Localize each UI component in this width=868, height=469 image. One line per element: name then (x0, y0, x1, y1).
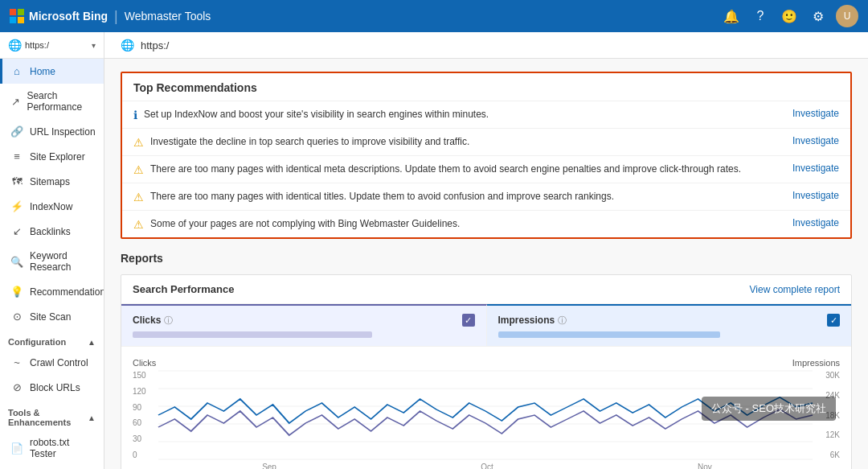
svg-rect-2 (10, 17, 16, 23)
chart-labels-row: Clicks Impressions (133, 358, 840, 368)
clicks-label-row: Clicks ⓘ (133, 315, 173, 327)
rec-item-1: ⚠ Investigate the decline in top search … (122, 128, 850, 155)
recommendations-title: Top Recommendations (122, 73, 850, 101)
recommendations-card: Top Recommendations ℹ Set up IndexNow an… (121, 72, 852, 239)
clicks-label: Clicks (133, 315, 161, 326)
rec-warn-icon-3: ⚠ (133, 191, 144, 204)
x-label-sep: Sep (262, 463, 276, 469)
chart-area: Clicks Impressions 150 120 90 60 30 0 (121, 347, 851, 469)
site-scan-icon: ⊙ (10, 311, 23, 323)
sidebar-item-recommendations[interactable]: 💡 Recommendations (0, 279, 104, 304)
rec-action-1[interactable]: Investigate (792, 135, 839, 146)
rec-action-4[interactable]: Investigate (792, 217, 839, 228)
y-right-18k: 18K (814, 411, 840, 420)
sidebar-item-indexnow[interactable]: ⚡ IndexNow (0, 194, 104, 219)
sidebar-item-site-scan[interactable]: ⊙ Site Scan (0, 304, 104, 329)
clicks-checkbox[interactable]: ✓ (462, 314, 475, 327)
site-url: https:/ (25, 40, 88, 50)
rec-warn-icon-4: ⚠ (133, 218, 144, 231)
site-selector-chevron-icon: ▾ (92, 41, 96, 50)
configuration-section-header: Configuration ▲ (0, 329, 104, 350)
home-icon: ⌂ (10, 65, 23, 77)
sidebar-item-search-performance[interactable]: ↗ Search Performance (0, 84, 104, 119)
avatar[interactable]: U (836, 5, 858, 27)
impressions-value-bar (498, 331, 721, 338)
impressions-label: Impressions (498, 315, 555, 326)
notifications-icon[interactable]: 🔔 (720, 5, 743, 27)
tools-chevron-icon: ▲ (88, 413, 96, 422)
url-globe-icon: 🌐 (121, 39, 134, 51)
crawl-control-icon: ~ (10, 356, 23, 368)
site-selector[interactable]: 🌐 https:/ ▾ (0, 32, 104, 59)
svg-rect-1 (18, 9, 24, 15)
rec-text-2: There are too many pages with identical … (150, 163, 786, 176)
sidebar-item-label: Crawl Control (30, 357, 88, 368)
chart-y-axis-right: 30K 24K 18K 12K 6K (814, 371, 840, 459)
sidebar-item-block-urls[interactable]: ⊘ Block URLs (0, 375, 104, 400)
y-left-90: 90 (133, 403, 157, 412)
layout: 🌐 https:/ ▾ ⌂ Home ↗ Search Performance … (0, 32, 868, 469)
y-right-24k: 24K (814, 391, 840, 400)
sidebar-item-keyword-research[interactable]: 🔍 Keyword Research (0, 244, 104, 279)
rec-action-0[interactable]: Investigate (792, 108, 839, 119)
rec-warn-icon-2: ⚠ (133, 163, 144, 176)
y-right-30k: 30K (814, 371, 840, 380)
rec-action-3[interactable]: Investigate (792, 190, 839, 201)
sidebar-item-label: Sitemaps (30, 176, 70, 187)
sidebar-item-label: Block URLs (30, 382, 80, 393)
rec-text-1: Investigate the decline in top search qu… (150, 135, 786, 149)
x-label-oct: Oct (481, 463, 493, 469)
sidebar-item-crawl-control[interactable]: ~ Crawl Control (0, 350, 104, 375)
chart-y-axis-left: 150 120 90 60 30 0 (133, 371, 157, 459)
help-icon[interactable]: ? (749, 5, 772, 27)
feedback-icon[interactable]: 🙂 (778, 5, 800, 27)
settings-icon[interactable]: ⚙ (807, 5, 829, 27)
search-performance-card: Search Performance View complete report … (121, 274, 852, 469)
rec-text-4: Some of your pages are not complying wit… (150, 217, 786, 231)
sidebar-item-robots-tester[interactable]: 📄 robots.txt Tester (0, 430, 104, 466)
chart-right-label: Impressions (792, 358, 840, 368)
sidebar-item-url-inspection[interactable]: 🔗 URL Inspection (0, 119, 104, 144)
topbar-logo: Microsoft Bing (10, 9, 108, 23)
robots-tester-icon: 📄 (10, 442, 23, 455)
view-complete-report-link[interactable]: View complete report (750, 284, 841, 295)
chart-x-axis: Sep Oct Nov (133, 463, 840, 469)
sidebar-item-sitemaps[interactable]: 🗺 Sitemaps (0, 169, 104, 194)
performance-chart-svg (158, 371, 813, 459)
topbar-divider: | (114, 8, 118, 25)
main-content-area: Top Recommendations ℹ Set up IndexNow an… (104, 59, 868, 469)
url-inspection-icon: 🔗 (10, 125, 23, 138)
sidebar-item-label: Site Scan (30, 311, 71, 323)
sidebar-item-site-explorer[interactable]: ≡ Site Explorer (0, 144, 104, 169)
impressions-info-icon[interactable]: ⓘ (558, 315, 567, 327)
clicks-value-bar (133, 331, 372, 338)
chart-container: 150 120 90 60 30 0 (133, 371, 840, 459)
y-left-30: 30 (133, 434, 157, 443)
rec-warn-icon-1: ⚠ (133, 136, 144, 149)
topbar-tool-title: Webmaster Tools (125, 10, 211, 23)
x-label-nov: Nov (698, 463, 712, 469)
rec-text-0: Set up IndexNow and boost your site's vi… (144, 108, 786, 121)
rec-text-3: There are too many pages with identical … (150, 190, 786, 204)
y-left-60: 60 (133, 418, 157, 427)
reports-section: Reports Search Performance View complete… (121, 252, 852, 469)
rec-item-4: ⚠ Some of your pages are not complying w… (122, 210, 850, 237)
backlinks-icon: ↙ (10, 225, 23, 237)
sidebar-item-backlinks[interactable]: ↙ Backlinks (0, 219, 104, 244)
impressions-checkbox[interactable]: ✓ (827, 314, 840, 327)
rec-action-2[interactable]: Investigate (792, 163, 839, 174)
url-bar: 🌐 https:/ (104, 32, 868, 59)
svg-rect-0 (10, 9, 16, 15)
sidebar-item-label: Keyword Research (30, 250, 96, 273)
sidebar-item-label: Recommendations (30, 286, 104, 298)
sidebar: 🌐 https:/ ▾ ⌂ Home ↗ Search Performance … (0, 32, 104, 469)
sidebar-item-verify-bingbot[interactable]: ✔ Verify Bingbot (0, 466, 104, 469)
chart-svg-wrapper (158, 371, 813, 459)
windows-icon (10, 9, 24, 23)
chart-left-label: Clicks (133, 358, 156, 368)
impressions-metric-card: Impressions ⓘ ✓ (487, 304, 852, 346)
clicks-info-icon[interactable]: ⓘ (164, 315, 173, 327)
sidebar-item-label: Search Performance (27, 90, 96, 113)
sidebar-item-home[interactable]: ⌂ Home (0, 59, 104, 84)
topbar-product-name: Microsoft Bing (29, 10, 108, 23)
